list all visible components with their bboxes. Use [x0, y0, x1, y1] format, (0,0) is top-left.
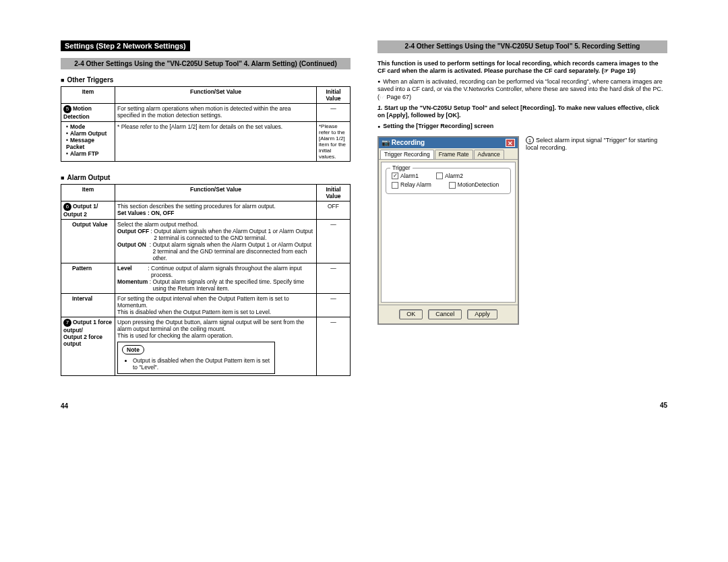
row-func: Level : Continue output of alarm signals… — [115, 263, 317, 294]
note-label: Note — [122, 345, 144, 354]
other-triggers-table: Item Function/Set Value Initial Value 5M… — [61, 86, 351, 162]
dialog-titlebar: 📷 Recording ✕ — [379, 137, 518, 149]
table-row: Interval For setting the output interval… — [61, 294, 351, 317]
row-item-bullets: Mode Alarm Output Message Packet Alarm F… — [63, 123, 113, 157]
chk-label: Alarm1 — [400, 173, 419, 180]
intro-bullet: When an alarm is activated, recording ca… — [377, 78, 667, 101]
row-func: Upon pressing the Output button, alarm s… — [115, 317, 317, 376]
table-row: Output Value Select the alarm output met… — [61, 220, 351, 263]
alarm-output-table: Item Function/Set Value Initial Value 6O… — [61, 184, 351, 376]
th-func: Function/Set Value — [115, 185, 317, 201]
bullet: Message Packet — [66, 137, 94, 150]
text: Output alarm signals when the Alarm Outp… — [154, 228, 314, 241]
row-num: 5 — [63, 105, 71, 113]
checkbox-relay-alarm[interactable]: Relay Alarm — [392, 181, 431, 189]
alarm-output-head: Alarm Output — [61, 174, 351, 181]
page-number: 44 — [61, 402, 68, 410]
dialog-title: Recording — [392, 139, 425, 146]
dialog-buttons: OK Cancel Apply — [379, 305, 518, 323]
th-init: Initial Value — [317, 185, 351, 201]
page-number: 45 — [660, 402, 667, 410]
row-init: — — [317, 104, 351, 122]
annotation: 1Select alarm input signal "Trigger" for… — [526, 136, 661, 325]
tab-advance[interactable]: Advance — [474, 150, 504, 159]
left-page: Settings (Step 2 Network Settings) 2-4 O… — [61, 40, 351, 376]
text: When an alarm is activated, recording ca… — [377, 78, 663, 100]
apply-button[interactable]: Apply — [467, 309, 497, 319]
checkbox-alarm1[interactable]: ✓Alarm1 — [392, 173, 419, 180]
text: Setting the [Trigger Recording] screen — [383, 123, 493, 129]
close-icon[interactable]: ✕ — [506, 139, 515, 147]
row-func: Select the alarm output method. Output O… — [115, 220, 317, 263]
page-section-header: Settings (Step 2 Network Settings) — [61, 40, 190, 51]
text: This section describes the setting proce… — [117, 203, 276, 210]
table-row: Mode Alarm Output Message Packet Alarm F… — [61, 122, 351, 162]
table-row: 5Motion Detection For setting alarm oper… — [61, 104, 351, 122]
setting-head: Setting the [Trigger Recording] screen — [377, 123, 667, 130]
left-graybar: 2-4 Other Settings Using the "VN-C205U S… — [61, 58, 351, 69]
row-func: This section describes the setting proce… — [115, 201, 317, 220]
ok-button[interactable]: OK — [399, 309, 423, 319]
tab-trigger-recording[interactable]: Trigger Recording — [380, 150, 434, 159]
cancel-button[interactable]: Cancel — [428, 309, 462, 319]
th-init: Initial Value — [317, 87, 351, 104]
row-init: — — [317, 220, 351, 263]
fieldset-legend: Trigger — [390, 164, 413, 172]
row-init: OFF — [317, 201, 351, 220]
text: Output alarm signals when the Alarm Outp… — [152, 241, 314, 261]
text: Upon pressing the Output button, alarm s… — [117, 319, 314, 339]
chk-label: Relay Alarm — [400, 181, 431, 189]
recording-dialog: 📷 Recording ✕ Trigger Recording Frame Ra… — [377, 136, 519, 325]
bullet: Alarm Output — [70, 130, 107, 137]
step1: 1. Start up the "VN-C205U Setup Tool" an… — [377, 104, 667, 120]
table-row: Pattern Level : Continue output of alarm… — [61, 263, 351, 294]
row-num: 6 — [63, 203, 71, 211]
dialog-tabs: Trigger Recording Frame Rate Advance — [379, 148, 518, 160]
row-num: 7 — [63, 319, 71, 327]
text: Output alarm signals only at the specifi… — [152, 278, 314, 292]
row-init: — — [317, 317, 351, 376]
row-item: Output Value — [72, 221, 107, 228]
step-num: 1. — [377, 104, 383, 111]
text: Set Values : ON, OFF — [117, 210, 175, 216]
row-init: *Please refer to the [Alarm 1/2] item fo… — [317, 122, 351, 162]
right-page: 2-4 Other Settings Using the "VN-C205U S… — [377, 40, 667, 376]
row-item: Interval — [72, 295, 92, 302]
checkbox-alarm2[interactable]: Alarm2 — [436, 173, 463, 180]
row-init: — — [317, 263, 351, 294]
row-init: — — [317, 294, 351, 317]
checkbox-motion-detection[interactable]: MotionDetection — [449, 181, 499, 189]
table-row: 7Output 1 force output/ Output 2 force o… — [61, 317, 351, 376]
dialog-body: Trigger ✓Alarm1 Alarm2 Relay Alarm Motio… — [381, 162, 516, 303]
right-graybar: 2-4 Other Settings Using the "VN-C205U S… — [377, 40, 667, 53]
text: Continue output of alarm signals through… — [151, 265, 314, 278]
row-func: * Please refer to the [Alarm 1/2] item f… — [115, 122, 317, 162]
row-item: Pattern — [72, 265, 92, 272]
chk-label: MotionDetection — [458, 181, 499, 189]
row-func: For setting the output interval when the… — [115, 294, 317, 317]
text: Select the alarm output method. — [117, 221, 314, 228]
table-row: 6Output 1/ Output 2 This section describ… — [61, 201, 351, 220]
chk-label: Alarm2 — [445, 173, 463, 180]
annot-num: 1 — [526, 136, 534, 144]
intro-bold: This function is used to perform setting… — [377, 60, 667, 75]
th-func: Function/Set Value — [115, 87, 317, 104]
row-func: For setting alarm operations when motion… — [115, 104, 317, 122]
tab-frame-rate[interactable]: Frame Rate — [435, 150, 473, 159]
bullet: Mode — [70, 123, 85, 130]
other-triggers-head: Other Triggers — [61, 76, 351, 84]
step-text: Start up the "VN-C205U Setup Tool" and s… — [377, 104, 659, 119]
th-item: Item — [61, 185, 115, 201]
th-item: Item — [61, 87, 115, 104]
note-text: Output is disabled when the Output Patte… — [133, 357, 270, 371]
bullet: Alarm FTP — [70, 150, 99, 157]
annot-text: Select alarm input signal "Trigger" for … — [526, 137, 657, 152]
trigger-fieldset: Trigger ✓Alarm1 Alarm2 Relay Alarm Motio… — [386, 168, 511, 194]
